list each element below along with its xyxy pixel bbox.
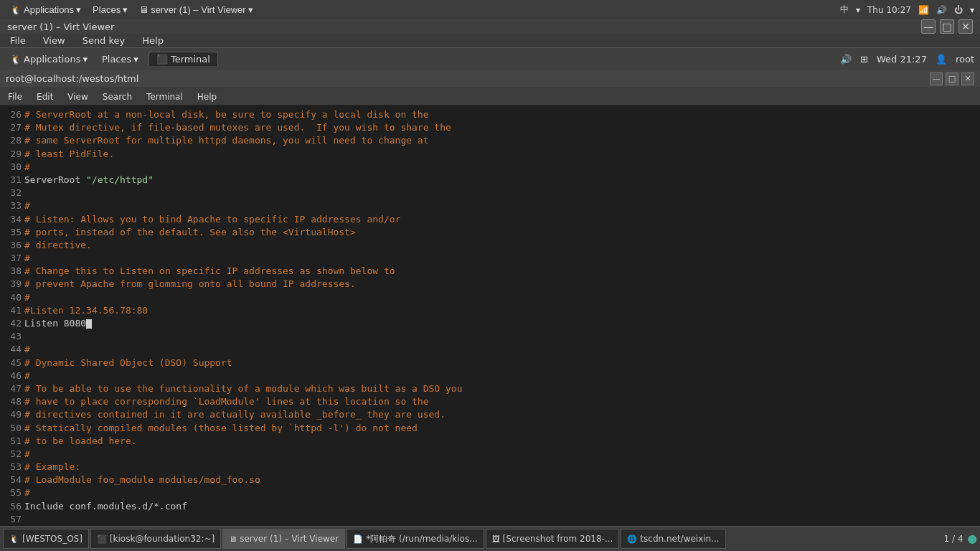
vm-sound-icon: 🔊: [840, 54, 852, 65]
table-row: 52#: [1, 448, 979, 461]
vm-apps-label: Applications: [24, 54, 80, 65]
host-task-icon: ⬛: [97, 534, 107, 544]
table-row: 55#: [1, 486, 979, 499]
table-row: 31ServerRoot "/etc/httpd": [1, 174, 979, 187]
virt-menu-file[interactable]: File: [6, 34, 30, 47]
virt-icon: 🖥: [139, 4, 149, 15]
vm-user-label: root: [956, 54, 974, 65]
places-label: Places: [93, 4, 121, 15]
table-row: 43: [1, 330, 979, 343]
host-pager: 1 / 4: [944, 534, 963, 544]
table-row: 41#Listen 12.34.56.78:80: [1, 304, 979, 317]
virt-viewer-menu[interactable]: 🖥 server (1) – Virt Viewer ▾: [135, 3, 257, 17]
table-row: 46#: [1, 369, 979, 382]
virt-menu-view[interactable]: View: [39, 34, 70, 47]
virt-menu-bar: File View Send key Help: [0, 34, 980, 48]
chevron-lang-icon: ▾: [856, 5, 860, 15]
table-row: 47# To be able to use the functionality …: [1, 382, 979, 395]
table-row: 53# Example:: [1, 461, 979, 474]
table-row: 28# same ServerRoot for multiple httpd d…: [1, 134, 979, 147]
vm-time: Wed 21:27: [877, 54, 927, 65]
table-row: 54# LoadModule foo_module modules/mod_fo…: [1, 474, 979, 486]
table-row: 49# directives contained in it are actua…: [1, 408, 979, 421]
system-time: Thu 10:27: [867, 5, 911, 15]
table-row: 50# Statically compiled modules (those l…: [1, 422, 979, 435]
vm-top-panel: 🐧 Applications ▾ Places ▾ ⬛ Terminal 🔊 ⊞…: [0, 48, 980, 70]
host-taskbar-item[interactable]: 🖥server (1) – Virt Viewer: [222, 529, 345, 549]
virt-window-controls: — □ ✕: [921, 19, 973, 34]
host-taskbar-item[interactable]: 📄*阿帕奇 (/run/media/kios...: [347, 529, 484, 549]
terminal-title: root@localhost:/westos/html: [6, 73, 138, 84]
vm-apps-chevron: ▾: [83, 54, 88, 65]
virt-minimize-button[interactable]: —: [921, 19, 936, 34]
table-row: 57: [1, 513, 979, 526]
wifi-icon: 📶: [918, 5, 929, 15]
terminal-menu-file[interactable]: File: [4, 91, 26, 103]
system-bar-left: 🐧 Applications ▾ Places ▾ 🖥 server (1) –…: [6, 3, 258, 17]
virt-title-label: server (1) – Virt Viewer: [151, 4, 245, 15]
host-taskbar-item[interactable]: 🌐tscdn.net/weixin...: [621, 529, 725, 549]
vm-places-chevron: ▾: [133, 54, 138, 65]
terminal-window: root@localhost:/westos/html — □ ✕ File E…: [0, 70, 980, 551]
host-pager-icon: ⬤: [968, 534, 977, 544]
table-row: 40#: [1, 291, 979, 304]
host-taskbar: 🐧[WESTOS_OS]⬛[kiosk@foundation32:~]🖥serv…: [0, 526, 980, 551]
places-menu[interactable]: Places ▾: [88, 3, 132, 17]
table-row: 51# to be loaded here.: [1, 435, 979, 448]
virt-title-bar: server (1) – Virt Viewer — □ ✕: [0, 19, 980, 34]
terminal-menu-help[interactable]: Help: [194, 91, 220, 103]
virt-chevron-icon: ▾: [248, 4, 253, 15]
vm-terminal-label: Terminal: [171, 54, 210, 65]
terminal-menu-view[interactable]: View: [64, 91, 91, 103]
applications-menu[interactable]: 🐧 Applications ▾: [6, 3, 85, 17]
host-task-icon: 🖼: [492, 534, 500, 544]
vm-top-left: 🐧 Applications ▾ Places ▾ ⬛ Terminal: [6, 52, 218, 66]
terminal-menu-edit[interactable]: Edit: [33, 91, 57, 103]
fedora-icon: 🐧: [10, 4, 22, 15]
system-bar: 🐧 Applications ▾ Places ▾ 🖥 server (1) –…: [0, 0, 980, 19]
terminal-menu-terminal[interactable]: Terminal: [143, 91, 187, 103]
virt-close-button[interactable]: ✕: [958, 19, 973, 34]
table-row: 33#: [1, 199, 979, 212]
virt-menu-sendkey[interactable]: Send key: [78, 34, 130, 47]
host-taskbar-item[interactable]: 🐧[WESTOS_OS]: [3, 529, 89, 549]
table-row: 30#: [1, 161, 979, 174]
host-taskbar-right: 1 / 4 ⬤: [944, 534, 977, 544]
virt-maximize-button[interactable]: □: [940, 19, 954, 34]
host-task-icon: 🌐: [627, 534, 637, 544]
language-indicator[interactable]: 中: [840, 4, 849, 16]
vm-content: 🐧 Applications ▾ Places ▾ ⬛ Terminal 🔊 ⊞…: [0, 48, 980, 551]
vm-places-menu[interactable]: Places ▾: [98, 52, 143, 66]
table-row: 27# Mutex directive, if file-based mutex…: [1, 121, 979, 134]
power-icon[interactable]: ⏻: [954, 5, 963, 15]
host-taskbar-item[interactable]: ⬛[kiosk@foundation32:~]: [90, 529, 221, 549]
table-row: 38# Change this to Listen on specific IP…: [1, 265, 979, 278]
terminal-win-controls: — □ ✕: [930, 72, 974, 85]
table-row: 56Include conf.modules.d/*.conf: [1, 500, 979, 513]
table-row: 34# Listen: Allows you to bind Apache to…: [1, 213, 979, 226]
virt-viewer-window: server (1) – Virt Viewer — □ ✕ File View…: [0, 19, 980, 551]
host-task-icon: 🐧: [9, 534, 19, 544]
terminal-title-bar: root@localhost:/westos/html — □ ✕: [0, 70, 980, 88]
terminal-content[interactable]: 26# ServerRoot at a non-local disk, be s…: [0, 105, 980, 551]
host-task-icon: 📄: [353, 534, 363, 544]
terminal-menu-search[interactable]: Search: [99, 91, 136, 103]
host-taskbar-item[interactable]: 🖼[Screenshot from 2018-...: [486, 529, 620, 549]
vm-screen-icon: ⊞: [860, 54, 868, 65]
vm-applications-menu[interactable]: 🐧 Applications ▾: [6, 52, 92, 66]
terminal-minimize-button[interactable]: —: [930, 72, 943, 85]
virt-menu-help[interactable]: Help: [138, 34, 168, 47]
table-row: 32: [1, 187, 979, 199]
table-row: 48# have to place corresponding `LoadMod…: [1, 395, 979, 408]
applications-label: Applications: [24, 4, 74, 15]
terminal-close-button[interactable]: ✕: [961, 72, 974, 85]
apps-chevron-icon: ▾: [76, 4, 81, 15]
vm-terminal-tab[interactable]: ⬛ Terminal: [149, 52, 218, 66]
places-chevron-icon: ▾: [123, 4, 128, 15]
vm-places-label: Places: [102, 54, 131, 65]
vm-terminal-icon: ⬛: [156, 54, 168, 65]
power-chevron-icon: ▾: [970, 5, 974, 15]
terminal-maximize-button[interactable]: □: [946, 72, 958, 85]
sound-icon: 🔊: [936, 5, 947, 15]
table-row: 44#: [1, 343, 979, 356]
